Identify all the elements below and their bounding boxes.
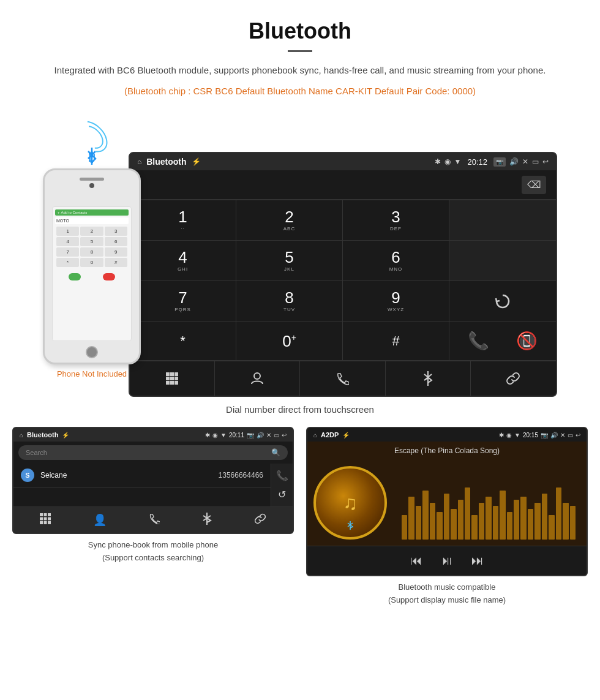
bottom-screenshots: ⌂ Bluetooth ⚡ ✱ ◉ ▼ 20:11 📷 🔊 ✕ ▭ ↩ [0, 427, 600, 619]
key-8[interactable]: 8TUV [236, 281, 343, 322]
dial-bt-icon[interactable] [386, 361, 471, 396]
dial-status-bar: ⌂ Bluetooth ⚡ ✱ ◉ ▼ 20:12 📷 🔊 ✕ ▭ ↩ [130, 153, 556, 170]
dial-keypad-icon[interactable] [130, 361, 215, 396]
eq-bar [416, 506, 421, 540]
eq-bar [486, 497, 491, 540]
eq-bar [402, 515, 407, 540]
dial-bottom-row [130, 361, 556, 396]
music-screen: ⌂ A2DP ⚡ ✱ ◉ ▼ 20:15 📷 🔊 ✕ ▭ ↩ Escape (T… [306, 427, 588, 576]
pb-loc-icon: ◉ [212, 432, 218, 438]
key-empty-2 [449, 241, 556, 281]
key-2[interactable]: 2ABC [236, 200, 343, 241]
eq-bar [534, 503, 540, 540]
dial-row: ₿ +Add to Contacts [24, 123, 576, 397]
bt-music-icon [347, 521, 354, 530]
key-9[interactable]: 9WXYZ [343, 281, 449, 322]
music-sig-icon: ▼ [514, 432, 520, 438]
dial-status-right: ✱ ◉ ▼ 20:12 📷 🔊 ✕ ▭ ↩ [435, 157, 549, 167]
contact-name: Seicane [40, 471, 219, 480]
call-end-button[interactable]: 📵 [516, 331, 538, 351]
pb-status-right: ✱ ◉ ▼ 20:11 📷 🔊 ✕ ▭ ↩ [205, 432, 287, 438]
key-hash[interactable]: # [343, 322, 449, 361]
key-reload[interactable] [449, 281, 556, 322]
backspace-button[interactable]: ⌫ [522, 176, 546, 194]
svg-rect-16 [43, 517, 47, 521]
page-header: Bluetooth Integrated with BC6 Bluetooth … [0, 0, 600, 117]
phone-icon [336, 372, 349, 385]
svg-rect-15 [40, 517, 43, 521]
music-equalizer [397, 466, 580, 540]
eq-bar [458, 500, 463, 540]
dial-status-left: ⌂ Bluetooth ⚡ [137, 157, 201, 167]
bluetooth-icon [422, 370, 434, 387]
key-star[interactable]: * [130, 322, 236, 361]
pb-nav-contacts[interactable]: 👤 [93, 513, 107, 527]
phone-image: +Add to Contacts MOTO 1 2 3 4 5 6 7 8 [43, 168, 141, 364]
link-icon [506, 371, 520, 386]
page-title: Bluetooth [37, 18, 563, 44]
phonebook-caption: Sync phone-book from mobile phone(Suppor… [12, 539, 294, 565]
pb-nav-bt[interactable] [202, 512, 212, 528]
location-icon: ◉ [444, 157, 451, 166]
eq-bar [437, 512, 442, 540]
next-track-button[interactable]: ⏭ [471, 554, 484, 568]
pb-nav-phone[interactable] [149, 513, 160, 527]
close-btn[interactable]: ✕ [522, 157, 528, 166]
dial-link-icon[interactable] [471, 361, 556, 396]
person-icon [250, 372, 264, 385]
bt-icon-svg [84, 146, 99, 166]
contact-letter-badge: S [21, 469, 34, 482]
pb-side-call-icon[interactable]: 📞 [276, 470, 288, 481]
phone-number-display: MOTO [55, 217, 129, 224]
key-3[interactable]: 3DEF [343, 200, 449, 241]
key-7[interactable]: 7PQRS [130, 281, 236, 322]
back-btn[interactable]: ↩ [542, 157, 549, 166]
music-status-right: ✱ ◉ ▼ 20:15 📷 🔊 ✕ ▭ ↩ [499, 432, 580, 438]
pb-search-bar[interactable]: Search 🔍 [18, 445, 288, 460]
contact-number: 13566664466 [219, 471, 263, 480]
phonebook-screen: ⌂ Bluetooth ⚡ ✱ ◉ ▼ 20:11 📷 🔊 ✕ ▭ ↩ [12, 427, 294, 534]
music-status-left: ⌂ A2DP ⚡ [313, 431, 350, 438]
contact-row-seicane[interactable]: S Seicane 13566664466 [13, 464, 271, 487]
key-6[interactable]: 6MNO [343, 241, 449, 281]
window-btn[interactable]: ▭ [532, 157, 539, 166]
eq-bar [465, 487, 470, 540]
call-answer-button[interactable]: 📞 [468, 331, 489, 351]
key-4[interactable]: 4GHI [130, 241, 236, 281]
eq-bar [528, 509, 533, 540]
volume-icon[interactable]: 🔊 [509, 157, 519, 166]
pb-nav-grid[interactable] [40, 513, 51, 527]
music-win-icon: ▭ [568, 432, 573, 438]
music-x-icon: ✕ [560, 432, 565, 438]
bt-waves: ₿ [67, 123, 116, 166]
eq-bar [542, 494, 547, 540]
eq-bar [563, 503, 568, 540]
music-controls: ⏮ ⏯ ⏭ [307, 546, 587, 575]
eq-bar [408, 497, 414, 540]
dial-contacts-icon[interactable] [215, 361, 300, 396]
key-0[interactable]: 0+ [236, 322, 343, 361]
pb-side-reload-icon[interactable]: ↺ [278, 489, 286, 500]
camera-btn[interactable]: 📷 [493, 157, 506, 167]
phone-icon [149, 513, 160, 524]
phone-keypad: 1 2 3 4 5 6 7 8 9 * 0 # [55, 225, 129, 268]
bluetooth-icon [202, 512, 212, 525]
prev-track-button[interactable]: ⏮ [410, 554, 422, 568]
header-description: Integrated with BC6 Bluetooth module, su… [37, 63, 563, 78]
pb-search-placeholder: Search [26, 449, 47, 456]
eq-bar [430, 503, 435, 540]
key-1[interactable]: 1∙∙ [130, 200, 236, 241]
pb-main-area: S Seicane 13566664466 📞 ↺ [13, 464, 293, 506]
dial-keypad-grid: 1∙∙ 2ABC 3DEF 4GHI 5JKL 6MNO [130, 200, 556, 361]
svg-rect-3 [174, 372, 178, 376]
svg-rect-8 [170, 381, 174, 385]
phone-screen-content: +Add to Contacts MOTO 1 2 3 4 5 6 7 8 [53, 207, 131, 285]
dial-phone-icon[interactable] [300, 361, 385, 396]
dial-caption: Dial number direct from touchscreen [226, 404, 374, 415]
pb-nav-link[interactable] [254, 513, 266, 527]
play-pause-button[interactable]: ⏯ [441, 554, 453, 568]
eq-bar [507, 512, 512, 540]
eq-bar [520, 497, 526, 540]
key-5[interactable]: 5JKL [236, 241, 343, 281]
pb-usb-icon: ⚡ [62, 432, 69, 438]
